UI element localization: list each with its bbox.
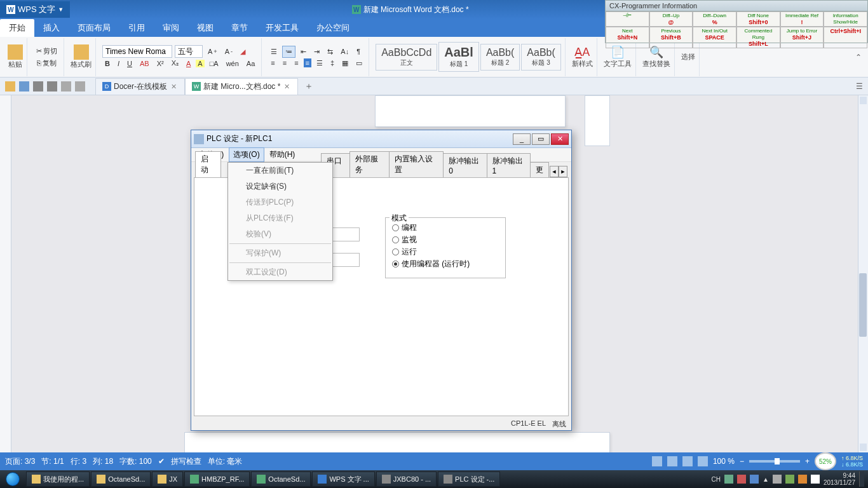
plc-titlebar[interactable]: PLC 设定 - 新PLC1 _ ▭ ✕ (191, 130, 571, 148)
doctabs-menu-icon[interactable]: ☰ (851, 82, 868, 91)
font-size-select[interactable] (175, 45, 203, 58)
plc-opt-setdefault[interactable]: 设定缺省(S) (228, 179, 332, 194)
scroll-down-icon[interactable] (860, 444, 867, 451)
style-h2[interactable]: AaBb(标题 2 (480, 44, 520, 71)
sort-button[interactable]: A↓ (338, 46, 351, 57)
status-spell[interactable]: 拼写检查 (171, 456, 201, 467)
paste-icon[interactable] (8, 44, 23, 60)
find-replace-label[interactable]: 查找替换 (642, 59, 670, 69)
status-page[interactable]: 页面: 3/3 (5, 456, 35, 467)
tab-chapter[interactable]: 章节 (222, 19, 257, 37)
cx-cell-nextio[interactable]: Next In/OutSPACE (693, 27, 736, 48)
taskbar-item[interactable]: OctaneSd... (91, 471, 151, 487)
tab-insert[interactable]: 插入 (34, 19, 69, 37)
cx-cell-prev[interactable]: PreviousShift+B (649, 27, 693, 48)
text-tools-label[interactable]: 文字工具 (604, 59, 632, 69)
taskbar-item[interactable]: WPS 文字 ... (312, 471, 374, 487)
cx-cell-diffnone[interactable]: Diff NoneShift+0 (736, 11, 780, 27)
plc-tab-startup[interactable]: 启动 (195, 151, 221, 177)
font-select[interactable] (102, 45, 172, 58)
plc-opt-transfer-from[interactable]: 从PLC传送(F) (228, 210, 332, 226)
view-outline-icon[interactable] (667, 456, 677, 466)
border-button[interactable]: ▭ (353, 58, 365, 69)
style-normal[interactable]: AaBbCcDd正文 (376, 44, 437, 71)
open-icon[interactable] (5, 81, 15, 92)
plc-mode-useprogrammer[interactable]: 使用编程器 (运行时) (392, 258, 499, 270)
superscript-button[interactable]: X² (154, 58, 166, 69)
zoom-in-button[interactable]: + (805, 457, 810, 466)
tab-review[interactable]: 审阅 (154, 19, 188, 37)
underline-button[interactable]: U (125, 58, 135, 69)
tab-office[interactable]: 办公空间 (308, 19, 358, 37)
taskbar-item[interactable]: 我使用的程... (26, 471, 90, 487)
plc-opt-transfer-to[interactable]: 传送到PLC(P) (228, 194, 332, 210)
taskbar-item[interactable]: OctaneSd... (251, 471, 311, 487)
plc-tab-input[interactable]: 内置输入设置 (389, 151, 444, 177)
view-web-icon[interactable] (682, 456, 693, 466)
plc-tab-scroll-right-icon[interactable]: ► (559, 166, 567, 177)
clear-format-icon[interactable]: ◢ (238, 46, 248, 57)
tab-close-icon[interactable]: ✕ (283, 83, 291, 91)
italic-button[interactable]: I (115, 58, 122, 69)
subscript-button[interactable]: X₂ (169, 58, 181, 69)
align-justify-button[interactable]: ≡ (304, 58, 311, 67)
plc-opt-alwaysontop[interactable]: 一直在前面(T) (228, 163, 332, 179)
bold-button[interactable]: B (102, 58, 112, 69)
cx-cell-immref[interactable]: Immediate Ref! (780, 11, 824, 27)
plc-menu-help[interactable]: 帮助(H) (266, 148, 299, 161)
cx-cell-next[interactable]: NextShift+N (606, 27, 649, 48)
select-label[interactable]: 选择 (681, 52, 695, 62)
shading-button[interactable]: ▦ (339, 58, 351, 69)
taskbar-clock[interactable]: 9:44 2013/11/27 (824, 472, 855, 486)
tray-expand-icon[interactable]: ▲ (763, 476, 769, 483)
tray-icon[interactable] (724, 475, 733, 484)
plc-opt-duplex[interactable]: 双工设定(D) (228, 264, 332, 280)
network-usage-bubble[interactable]: 52% (815, 452, 836, 470)
taskbar-item[interactable]: JX (152, 471, 183, 487)
cx-cell-comment[interactable]: Commented RungShift+L (736, 27, 780, 48)
plc-tab-pulse1[interactable]: 脉冲输出1 (487, 153, 531, 177)
plc-opt-writeprotect[interactable]: 写保护(W) (228, 245, 332, 261)
new-style-label[interactable]: 新样式 (572, 59, 593, 69)
add-tab-button[interactable]: ＋ (298, 78, 320, 95)
undo-icon[interactable] (61, 81, 71, 92)
tab-layout[interactable]: 页面布局 (69, 19, 119, 37)
plc-mode-run[interactable]: 运行 (392, 246, 499, 258)
cx-programmer-info-panel[interactable]: CX-Programmer Information ⊣⊢ Diff–Up@ Di… (605, 0, 868, 43)
plc-close-button[interactable]: ✕ (551, 133, 569, 145)
status-chars[interactable]: 字数: 100 (119, 456, 152, 467)
zoom-out-button[interactable]: − (740, 457, 744, 466)
tab-view[interactable]: 视图 (188, 19, 222, 37)
new-style-icon[interactable]: A̲A (574, 45, 590, 59)
style-h1[interactable]: AaBl标题 1 (438, 42, 479, 72)
doctab-document[interactable]: W 新建 Micro...文档.doc * ✕ (185, 78, 298, 95)
cx-cell-diffdown[interactable]: Diff–Down% (693, 11, 736, 27)
plc-tab-pulse0[interactable]: 脉冲输出0 (443, 153, 487, 177)
plc-tab-external[interactable]: 外部服务 (349, 151, 390, 177)
numbering-button[interactable]: ≔ (282, 46, 295, 58)
plc-mode-monitor[interactable]: 监视 (392, 234, 499, 246)
print-icon[interactable] (33, 81, 43, 92)
decrease-font-icon[interactable]: A- (222, 46, 235, 57)
ribbon-collapse-icon[interactable]: ⌃ (853, 50, 864, 64)
tab-devtools[interactable]: 开发工具 (257, 19, 308, 37)
format-painter-icon[interactable] (74, 44, 89, 60)
bullets-button[interactable]: ☰ (268, 46, 280, 57)
align-right-button[interactable]: ≡ (292, 58, 301, 68)
cx-cell[interactable]: ⊣⊢ (606, 11, 649, 27)
plc-maximize-button[interactable]: ▭ (532, 133, 550, 145)
style-h3[interactable]: AaBb(标题 3 (521, 44, 560, 71)
highlight-button[interactable]: A (196, 60, 204, 67)
cx-cell-jump[interactable]: Jump to ErrorShift+J (780, 27, 824, 48)
status-spellcheck-icon[interactable]: ✔ (158, 457, 165, 466)
tray-icon[interactable] (737, 475, 746, 484)
ime-indicator[interactable]: CH (712, 476, 721, 483)
format-painter-label[interactable]: 格式刷 (71, 60, 92, 69)
char-border-button[interactable]: □A (207, 58, 221, 69)
indent-inc-button[interactable]: ⇥ (311, 46, 322, 57)
print-preview-icon[interactable] (47, 81, 57, 92)
view-print-icon[interactable] (652, 456, 662, 466)
redo-icon[interactable] (75, 81, 85, 92)
view-fullscreen-icon[interactable] (698, 456, 708, 466)
plc-minimize-button[interactable]: _ (513, 133, 531, 145)
